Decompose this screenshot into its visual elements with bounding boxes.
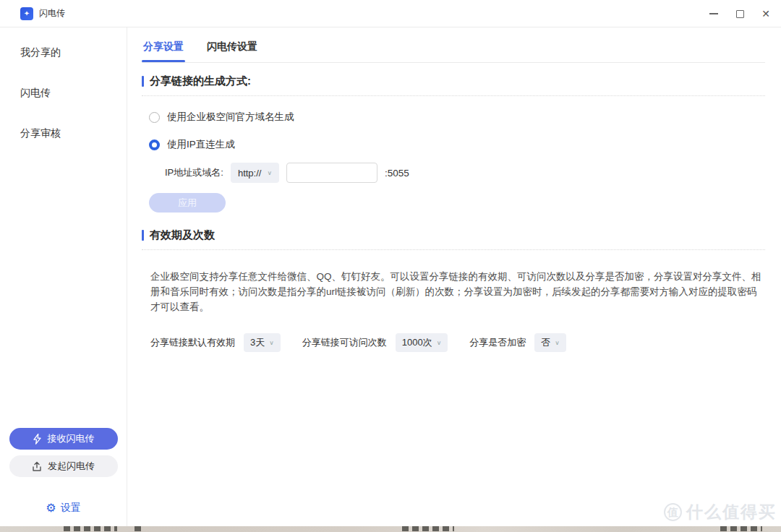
titlebar: ✦ 闪电传 ✕ (0, 0, 781, 27)
port-suffix: :5055 (385, 168, 409, 179)
ip-address-row: IP地址或域名: http:// ∨ :5055 (165, 163, 765, 183)
gear-icon: ⚙ (46, 502, 56, 514)
chevron-down-icon: ∨ (437, 340, 442, 346)
settings-button[interactable]: ⚙ 设置 (46, 502, 80, 515)
app-title: 闪电传 (39, 7, 65, 20)
section-accent-bar (142, 76, 144, 87)
section-accent-bar (142, 230, 144, 241)
option-official-domain-label: 使用企业极空间官方域名生成 (167, 111, 294, 124)
option-official-domain[interactable]: 使用企业极空间官方域名生成 (149, 111, 765, 124)
tab-bar: 分享设置 闪电传设置 (142, 35, 765, 62)
visit-count-label: 分享链接可访问次数 (302, 336, 387, 349)
app-window: ✦ 闪电传 ✕ 我分享的 闪电传 分享审核 接收闪电传 (0, 0, 781, 532)
tab-share-settings[interactable]: 分享设置 (142, 35, 185, 62)
receive-transfer-button[interactable]: 接收闪电传 (9, 428, 118, 450)
encryption-label: 分享是否加密 (469, 336, 526, 349)
clipped-text-fragment (402, 526, 454, 531)
background-window-strip (0, 526, 781, 532)
close-button[interactable]: ✕ (761, 9, 771, 19)
lightning-icon (33, 434, 42, 445)
radio-off-icon[interactable] (149, 112, 160, 123)
sidebar: 我分享的 闪电传 分享审核 接收闪电传 发起闪电传 (0, 27, 127, 526)
validity-description: 企业极空间支持分享任意文件给微信、QQ、钉钉好友。可以设置分享链接的有效期、可访… (150, 269, 765, 314)
chevron-down-icon: ∨ (269, 340, 274, 346)
minimize-button[interactable] (709, 9, 719, 19)
upload-icon (32, 461, 42, 472)
tab-divider (142, 62, 765, 63)
chevron-down-icon: ∨ (555, 340, 560, 346)
settings-label: 设置 (61, 502, 81, 515)
clipped-text-fragment (135, 526, 142, 531)
protocol-value: http:// (238, 168, 262, 179)
apply-button[interactable]: 应用 (149, 193, 226, 213)
maximize-button[interactable] (735, 9, 745, 19)
radio-on-icon[interactable] (149, 140, 160, 150)
main-content: 分享设置 闪电传设置 分享链接的生成方式: 使用企业极空间官方域名生成 使用IP… (127, 27, 781, 526)
app-logo-icon: ✦ (20, 7, 33, 20)
protocol-select[interactable]: http:// ∨ (231, 163, 279, 183)
send-transfer-button[interactable]: 发起闪电传 (9, 455, 118, 477)
section-validity-title: 有效期及次数 (150, 228, 215, 242)
ip-address-input[interactable] (286, 163, 377, 183)
window-controls: ✕ (709, 9, 771, 19)
sidebar-item-share-review[interactable]: 分享审核 (0, 123, 127, 145)
clipped-text-fragment (64, 526, 117, 531)
default-validity-label: 分享链接默认有效期 (150, 336, 235, 349)
receive-transfer-label: 接收闪电传 (48, 432, 95, 445)
default-validity-value: 3天 (250, 336, 265, 349)
visit-count-select[interactable]: 1000次 ∨ (396, 333, 448, 352)
section-link-generation-header: 分享链接的生成方式: (142, 74, 765, 96)
sidebar-item-my-shares[interactable]: 我分享的 (0, 42, 127, 64)
option-ip-direct-label: 使用IP直连生成 (167, 138, 235, 151)
encryption-select[interactable]: 否 ∨ (534, 333, 566, 352)
section-validity-header: 有效期及次数 (142, 228, 765, 250)
validity-controls-row: 分享链接默认有效期 3天 ∨ 分享链接可访问次数 1000次 ∨ 分享是否加密 … (150, 333, 765, 352)
encryption-value: 否 (541, 336, 550, 349)
sidebar-item-lightning-transfer[interactable]: 闪电传 (0, 82, 127, 104)
clipped-text-fragment (720, 526, 762, 531)
section-link-generation-title: 分享链接的生成方式: (150, 74, 251, 88)
send-transfer-label: 发起闪电传 (48, 460, 95, 473)
ip-address-label: IP地址或域名: (165, 166, 223, 179)
tab-transfer-settings[interactable]: 闪电传设置 (205, 35, 259, 62)
chevron-down-icon: ∨ (267, 170, 272, 176)
option-ip-direct[interactable]: 使用IP直连生成 (149, 138, 765, 151)
visit-count-value: 1000次 (402, 336, 432, 349)
default-validity-select[interactable]: 3天 ∨ (244, 333, 281, 352)
